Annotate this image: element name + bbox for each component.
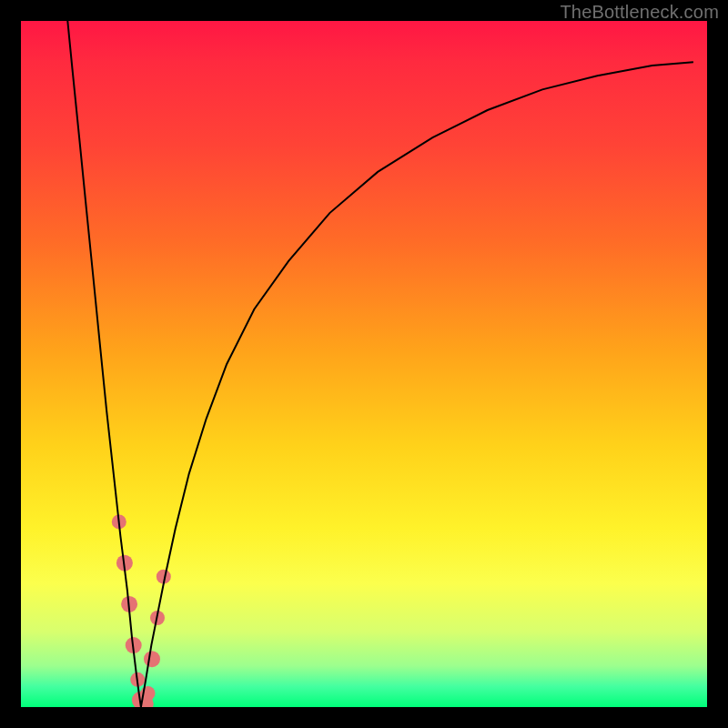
data-marker: [144, 651, 160, 667]
chart-svg: [21, 21, 707, 707]
chart-frame: TheBottleneck.com: [0, 0, 728, 728]
watermark-text: TheBottleneck.com: [560, 2, 719, 23]
plot-area: [21, 21, 707, 707]
curve-right: [141, 62, 693, 707]
